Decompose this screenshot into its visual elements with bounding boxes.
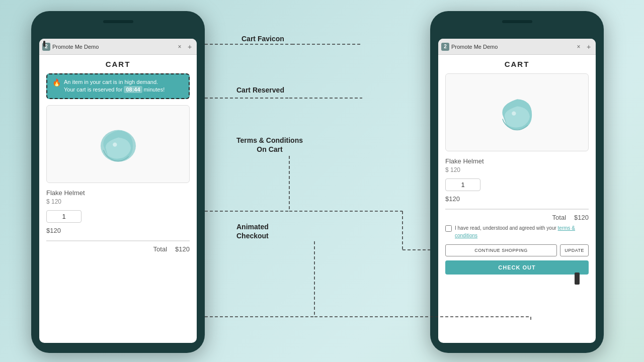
right-qty-input[interactable] bbox=[445, 178, 480, 191]
left-total-label: Total bbox=[153, 245, 167, 253]
left-divider bbox=[46, 240, 190, 241]
right-total-label: Total bbox=[552, 214, 566, 221]
svg-point-2 bbox=[512, 111, 516, 115]
right-tab-title: Promote Me Demo bbox=[451, 44, 573, 50]
notif-timer: 08:44 bbox=[124, 86, 142, 93]
notif-prefix: Your cart is reserved for bbox=[64, 86, 124, 93]
right-tab-bar: 2 Promote Me Demo × + bbox=[438, 39, 596, 55]
right-total-row: Total $120 bbox=[445, 214, 589, 221]
terms-checkbox[interactable] bbox=[445, 225, 452, 232]
notif-line1: An item in your cart is in high demand. bbox=[64, 78, 165, 86]
cart-reserved-label: Cart Reserved bbox=[236, 85, 284, 95]
cart-favicon-label: Cart Favicon bbox=[242, 34, 284, 43]
terms-text: I have read, understood and agreed with … bbox=[455, 224, 589, 239]
right-total-value: $120 bbox=[574, 214, 589, 221]
left-product-price: $ 120 bbox=[46, 198, 190, 205]
update-button[interactable]: UPDATE bbox=[560, 244, 589, 256]
left-total-row: Total $120 bbox=[46, 245, 190, 253]
right-phone-notch bbox=[502, 20, 532, 23]
terms-text-prefix: I have read, understood and agreed with … bbox=[455, 225, 558, 231]
right-phone-screen: 2 Promote Me Demo × + CART Flake Helmet … bbox=[438, 39, 596, 343]
left-qty-input[interactable] bbox=[46, 210, 82, 223]
left-cart-title: CART bbox=[46, 60, 190, 68]
continue-shopping-button[interactable]: CONTINUE SHOPPING bbox=[445, 244, 557, 256]
right-helmet-image bbox=[492, 90, 542, 135]
action-buttons-row: CONTINUE SHOPPING UPDATE bbox=[445, 244, 589, 256]
cursor-pointer bbox=[575, 273, 580, 285]
right-tab-close[interactable]: × bbox=[575, 43, 583, 50]
right-product-name: Flake Helmet bbox=[445, 157, 589, 165]
right-product-subtotal: $120 bbox=[445, 195, 589, 203]
checkout-button[interactable]: CHECK OUT bbox=[445, 260, 589, 275]
left-cart-notification: 🔥 An item in your cart is in high demand… bbox=[46, 73, 190, 99]
right-divider bbox=[445, 209, 589, 210]
left-tab-new[interactable]: + bbox=[186, 43, 194, 51]
left-product-subtotal: $120 bbox=[46, 227, 190, 234]
right-tab-badge: 2 bbox=[441, 43, 449, 51]
left-notif-text: An item in your cart is in high demand. … bbox=[64, 78, 165, 94]
left-tab-close[interactable]: × bbox=[176, 43, 184, 50]
svg-point-1 bbox=[113, 143, 117, 147]
left-tab-title: Promote Me Demo bbox=[52, 44, 174, 50]
right-product-image-box bbox=[445, 73, 589, 151]
right-tab-new[interactable]: + bbox=[585, 43, 593, 51]
left-phone: 2 Promote Me Demo × + CART 🔥 An item in … bbox=[31, 11, 205, 353]
left-product-name: Flake Helmet bbox=[46, 189, 190, 197]
left-total-value: $120 bbox=[175, 245, 190, 253]
right-cart-title: CART bbox=[445, 60, 589, 68]
left-helmet-image bbox=[93, 121, 143, 166]
left-cart-content: CART 🔥 An item in your cart is in high d… bbox=[39, 55, 197, 261]
left-tab-bar: 2 Promote Me Demo × + bbox=[39, 39, 197, 55]
notif-suffix: minutes! bbox=[142, 86, 165, 93]
right-product-price: $ 120 bbox=[445, 166, 589, 173]
fire-icon: 🔥 bbox=[52, 78, 61, 86]
left-product-image-box bbox=[46, 105, 190, 183]
left-cart-pointer bbox=[43, 41, 45, 47]
right-cart-content: CART Flake Helmet $ 120 $120 Total $120 bbox=[438, 55, 596, 280]
left-phone-notch bbox=[103, 20, 133, 23]
annotations-area: Cart Favicon Cart Reserved Terms & Condi… bbox=[206, 0, 428, 362]
notif-line2: Your cart is reserved for 08:44 minutes! bbox=[64, 86, 165, 94]
terms-conditions-label: Terms & Conditions On Cart bbox=[236, 136, 303, 154]
animated-checkout-label: Animated Checkout bbox=[236, 222, 269, 240]
right-phone: 2 Promote Me Demo × + CART Flake Helmet … bbox=[430, 11, 604, 353]
terms-row: I have read, understood and agreed with … bbox=[445, 224, 589, 239]
left-phone-screen: 2 Promote Me Demo × + CART 🔥 An item in … bbox=[39, 39, 197, 343]
